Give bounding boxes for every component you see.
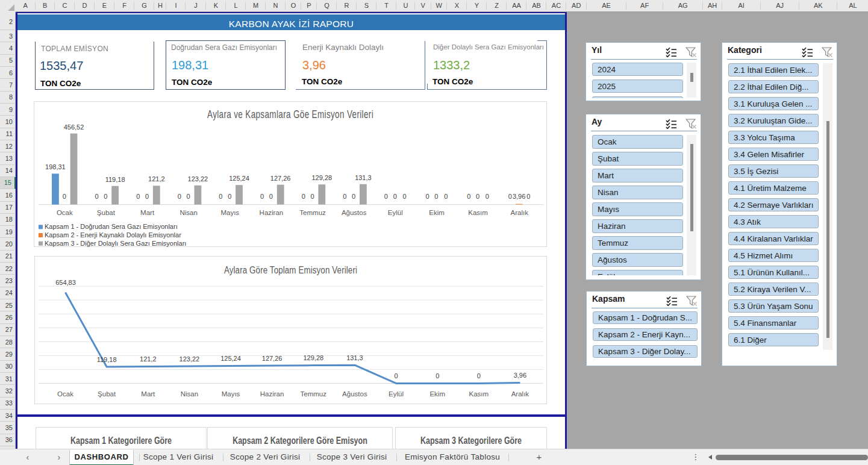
svg-text:0: 0 <box>402 193 406 200</box>
svg-text:Eylül: Eylül <box>388 209 403 216</box>
svg-text:0: 0 <box>269 193 273 200</box>
svg-text:Kapsam 3 - Diğer Dolaylı Sera: Kapsam 3 - Diğer Dolaylı Sera Gazı Emisy… <box>45 240 186 247</box>
svg-text:119,18: 119,18 <box>105 176 125 183</box>
svg-text:Ekim: Ekim <box>429 209 445 216</box>
svg-text:119,18: 119,18 <box>97 356 117 363</box>
svg-text:Şubat: Şubat <box>97 209 116 216</box>
svg-text:Kasım: Kasım <box>468 209 488 216</box>
svg-text:Mart: Mart <box>141 390 155 398</box>
svg-text:Temmuz: Temmuz <box>299 209 326 216</box>
svg-text:0: 0 <box>393 193 397 200</box>
svg-text:Haziran: Haziran <box>260 209 284 216</box>
svg-text:Ağustos: Ağustos <box>342 390 367 398</box>
svg-text:Ocak: Ocak <box>57 390 73 398</box>
svg-text:Nisan: Nisan <box>180 209 197 216</box>
svg-text:Kapsam 2 - Enerji Kaynaklı Dol: Kapsam 2 - Enerji Kaynaklı Dolaylı Emisy… <box>45 231 181 239</box>
svg-text:0: 0 <box>178 193 181 200</box>
svg-text:3,96: 3,96 <box>513 193 525 200</box>
svg-text:Nisan: Nisan <box>181 390 198 398</box>
svg-text:0: 0 <box>384 193 388 200</box>
svg-text:Kasım: Kasım <box>469 390 489 398</box>
svg-text:0: 0 <box>434 193 438 200</box>
svg-text:Aralık: Aralık <box>510 209 528 216</box>
svg-text:Ocak: Ocak <box>57 209 73 216</box>
svg-text:127,26: 127,26 <box>262 355 283 362</box>
svg-text:Mayıs: Mayıs <box>220 209 239 216</box>
svg-text:0: 0 <box>467 193 470 200</box>
svg-text:Kapsam 1 - Doğrudan Sera Gazı: Kapsam 1 - Doğrudan Sera Gazı Emisyonlar… <box>45 223 178 230</box>
svg-text:0: 0 <box>476 193 479 200</box>
svg-text:131,3: 131,3 <box>346 354 363 361</box>
svg-text:0: 0 <box>302 193 305 200</box>
svg-text:0: 0 <box>526 193 530 200</box>
svg-text:121,2: 121,2 <box>148 175 165 183</box>
svg-text:Haziran: Haziran <box>260 390 284 398</box>
svg-text:0: 0 <box>260 193 264 200</box>
svg-text:0: 0 <box>228 193 231 200</box>
svg-text:0: 0 <box>444 193 448 200</box>
svg-text:0: 0 <box>145 193 149 200</box>
svg-text:Ekim: Ekim <box>429 390 445 398</box>
svg-text:0: 0 <box>187 193 190 200</box>
svg-text:127,26: 127,26 <box>270 175 291 182</box>
svg-text:123,22: 123,22 <box>180 355 200 363</box>
svg-text:Aralık: Aralık <box>511 390 529 398</box>
svg-text:0: 0 <box>352 193 355 200</box>
svg-text:129,28: 129,28 <box>303 354 323 361</box>
svg-text:654,83: 654,83 <box>55 279 76 286</box>
svg-text:121,2: 121,2 <box>140 355 157 363</box>
svg-text:0: 0 <box>426 193 429 200</box>
svg-text:3,96: 3,96 <box>514 372 526 379</box>
svg-text:125,24: 125,24 <box>229 175 249 182</box>
svg-text:Mayıs: Mayıs <box>222 390 240 398</box>
svg-text:0: 0 <box>486 193 489 200</box>
svg-text:0: 0 <box>394 372 398 379</box>
svg-text:131,3: 131,3 <box>355 174 372 181</box>
svg-text:0: 0 <box>477 372 481 379</box>
svg-text:0: 0 <box>343 193 346 200</box>
svg-text:0: 0 <box>508 193 512 200</box>
svg-text:Mart: Mart <box>140 209 155 216</box>
svg-text:125,24: 125,24 <box>220 355 241 362</box>
svg-text:Temmuz: Temmuz <box>301 390 327 398</box>
svg-text:123,22: 123,22 <box>188 175 208 183</box>
svg-text:198,31: 198,31 <box>45 163 66 170</box>
svg-text:0: 0 <box>104 193 107 200</box>
svg-text:456,52: 456,52 <box>64 123 84 131</box>
svg-text:0: 0 <box>436 372 439 379</box>
svg-text:0: 0 <box>63 193 66 200</box>
svg-text:Ağustos: Ağustos <box>342 209 367 216</box>
svg-text:0: 0 <box>95 193 98 200</box>
svg-text:Eylül: Eylül <box>389 390 404 398</box>
svg-text:0: 0 <box>136 193 140 200</box>
svg-text:0: 0 <box>219 193 222 200</box>
svg-text:129,28: 129,28 <box>311 174 332 181</box>
svg-text:0: 0 <box>310 193 314 200</box>
svg-text:Şubat: Şubat <box>98 390 116 398</box>
